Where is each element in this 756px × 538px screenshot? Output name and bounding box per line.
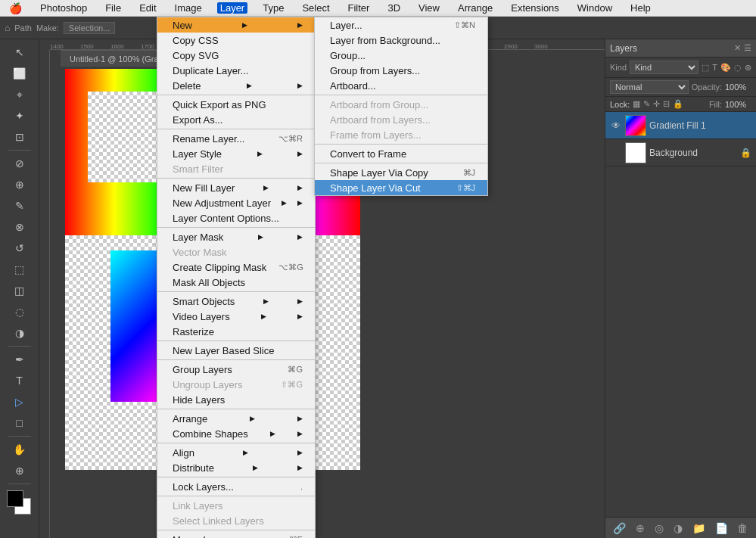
quick-selection-tool[interactable]: ✦ (10, 106, 30, 126)
menu-item-layer[interactable]: Layer... ⇧⌘N (315, 17, 487, 33)
menu-item-new-adjustment-layer[interactable]: New Adjustment Layer ▶ (157, 195, 315, 210)
menu-item-arrange[interactable]: Arrange ▶ (157, 411, 315, 426)
layer-item-gradient-fill[interactable]: 👁 Gradient Fill 1 (605, 112, 756, 139)
menu-item-rasterize[interactable]: Rasterize (157, 324, 315, 339)
selection-button[interactable]: Selection... (64, 22, 115, 34)
layer-menu-trigger[interactable]: Layer (217, 2, 248, 14)
dodge-tool[interactable]: ◑ (10, 323, 30, 343)
menu-item-combine-shapes[interactable]: Combine Shapes ▶ (157, 426, 315, 441)
menu-item-shape-via-copy[interactable]: Shape Layer Via Copy ⌘J (315, 165, 487, 180)
layers-panel-menu[interactable]: ☰ (744, 43, 751, 53)
home-icon[interactable]: ⌂ (5, 23, 10, 33)
menu-item-artboard[interactable]: Artboard... (315, 78, 487, 93)
filter-menu[interactable]: Filter (345, 2, 373, 14)
clone-stamp-tool[interactable]: ⊗ (10, 217, 30, 237)
new-adjustment-layer-icon[interactable]: ◑ (674, 522, 683, 534)
view-menu[interactable]: View (415, 2, 443, 14)
brush-tool[interactable]: ✎ (10, 196, 30, 216)
history-brush-tool[interactable]: ↺ (10, 238, 30, 258)
eraser-tool[interactable]: ⬚ (10, 260, 30, 279)
delete-layer-icon[interactable]: 🗑 (737, 522, 748, 534)
photoshop-menu[interactable]: Photoshop (37, 2, 90, 14)
menu-item-mask-all-objects[interactable]: Mask All Objects (157, 275, 315, 290)
menu-item-copy-css[interactable]: Copy CSS (157, 33, 315, 48)
image-menu[interactable]: Image (172, 2, 205, 14)
menu-item-layer-style[interactable]: Layer Style ▶ (157, 146, 315, 161)
kind-filter-select[interactable]: Kind (630, 61, 698, 74)
filter-icon-2[interactable]: T (712, 63, 717, 72)
healing-brush-tool[interactable]: ⊕ (10, 175, 30, 194)
menu-item-rename-layer[interactable]: Rename Layer... ⌥⌘R (157, 131, 315, 146)
extensions-menu[interactable]: Extensions (508, 2, 562, 14)
menu-item-align[interactable]: Align ▶ (157, 445, 315, 460)
layer-visibility-background[interactable]: 👁 (610, 148, 622, 158)
menu-item-layer-from-bg[interactable]: Layer from Background... (315, 33, 487, 48)
menu-item-distribute[interactable]: Distribute ▶ (157, 460, 315, 475)
layers-panel-close[interactable]: ✕ (734, 43, 741, 53)
eyedropper-tool[interactable]: ⊘ (10, 154, 30, 173)
lock-position-icon[interactable]: ✛ (653, 99, 660, 109)
lock-artboard-icon[interactable]: ⊟ (663, 99, 670, 109)
lasso-tool[interactable]: ⌖ (10, 85, 30, 104)
opacity-value[interactable]: 100% (725, 82, 751, 92)
3d-menu[interactable]: 3D (384, 2, 403, 14)
rectangular-marquee-tool[interactable]: ⬜ (10, 64, 30, 83)
menu-item-video-layers[interactable]: Video Layers ▶ (157, 309, 315, 324)
filter-icon-1[interactable]: ⬚ (702, 63, 709, 73)
type-tool[interactable]: T (10, 371, 30, 390)
gradient-tool[interactable]: ◫ (10, 281, 30, 300)
menu-item-duplicate-layer[interactable]: Duplicate Layer... (157, 63, 315, 78)
lock-transparent-icon[interactable]: ▦ (633, 99, 640, 109)
edit-menu[interactable]: Edit (136, 2, 159, 14)
menu-item-shape-via-cut[interactable]: Shape Layer Via Cut ⇧⌘J (315, 180, 487, 195)
menu-item-lock-layers[interactable]: Lock Layers... . (157, 479, 315, 494)
crop-tool[interactable]: ⊡ (10, 127, 30, 147)
path-selection-tool[interactable]: ▷ (10, 392, 30, 412)
type-menu[interactable]: Type (260, 2, 287, 14)
menu-item-smart-objects[interactable]: Smart Objects ▶ (157, 294, 315, 309)
zoom-tool[interactable]: ⊕ (10, 461, 30, 480)
apple-menu[interactable]: 🍎 (6, 2, 25, 14)
shape-tool[interactable]: □ (10, 413, 30, 433)
layer-visibility-gradient[interactable]: 👁 (610, 120, 622, 131)
help-menu[interactable]: Help (627, 2, 654, 14)
fill-value[interactable]: 100% (725, 100, 751, 109)
color-boxes[interactable] (7, 490, 33, 516)
add-layer-style-icon[interactable]: ⊕ (636, 522, 645, 534)
menu-item-export-as[interactable]: Export As... (157, 112, 315, 127)
layer-item-background[interactable]: 👁 Background 🔒 (605, 139, 756, 166)
menu-item-copy-svg[interactable]: Copy SVG (157, 48, 315, 63)
menu-item-convert-to-frame[interactable]: Convert to Frame (315, 146, 487, 161)
file-menu[interactable]: File (102, 2, 124, 14)
blur-tool[interactable]: ◌ (10, 302, 30, 322)
new-group-icon[interactable]: 📁 (692, 522, 705, 534)
add-mask-icon[interactable]: ◎ (655, 522, 664, 534)
filter-icon-4[interactable]: ◌ (734, 63, 742, 73)
blend-mode-select[interactable]: Normal (610, 80, 689, 94)
filter-icon-3[interactable]: 🎨 (720, 63, 731, 73)
lock-image-icon[interactable]: ✎ (643, 99, 650, 109)
menu-item-layer-mask[interactable]: Layer Mask ▶ (157, 229, 315, 244)
menu-item-group[interactable]: Group... (315, 48, 487, 63)
window-menu[interactable]: Window (574, 2, 615, 14)
menu-item-group-layers[interactable]: Group Layers ⌘G (157, 362, 315, 377)
menu-item-quick-export[interactable]: Quick Export as PNG (157, 97, 315, 112)
select-menu[interactable]: Select (299, 2, 332, 14)
menu-item-delete[interactable]: Delete ▶ (157, 78, 315, 93)
menu-item-new-layer-based-slice[interactable]: New Layer Based Slice (157, 343, 315, 358)
menu-item-create-clipping-mask[interactable]: Create Clipping Mask ⌥⌘G (157, 260, 315, 275)
menu-item-hide-layers[interactable]: Hide Layers (157, 392, 315, 407)
menu-item-group-from-layers[interactable]: Group from Layers... (315, 63, 487, 78)
foreground-color-box[interactable] (7, 490, 23, 507)
menu-item-new-fill-layer[interactable]: New Fill Layer ▶ (157, 180, 315, 195)
menu-item-merge-layers[interactable]: Merge Layers ⌘E (157, 532, 315, 538)
pen-tool[interactable]: ✒ (10, 350, 30, 369)
arrange-menu[interactable]: Arrange (455, 2, 496, 14)
move-tool[interactable]: ↖ (10, 42, 30, 62)
new-layer-icon[interactable]: 📄 (715, 522, 728, 534)
hand-tool[interactable]: ✋ (10, 440, 30, 459)
filter-icon-5[interactable]: ⊛ (745, 63, 751, 73)
menu-item-new[interactable]: New ▶ (157, 17, 315, 33)
lock-all-icon[interactable]: 🔒 (673, 99, 683, 109)
menu-item-layer-content-options[interactable]: Layer Content Options... (157, 210, 315, 225)
